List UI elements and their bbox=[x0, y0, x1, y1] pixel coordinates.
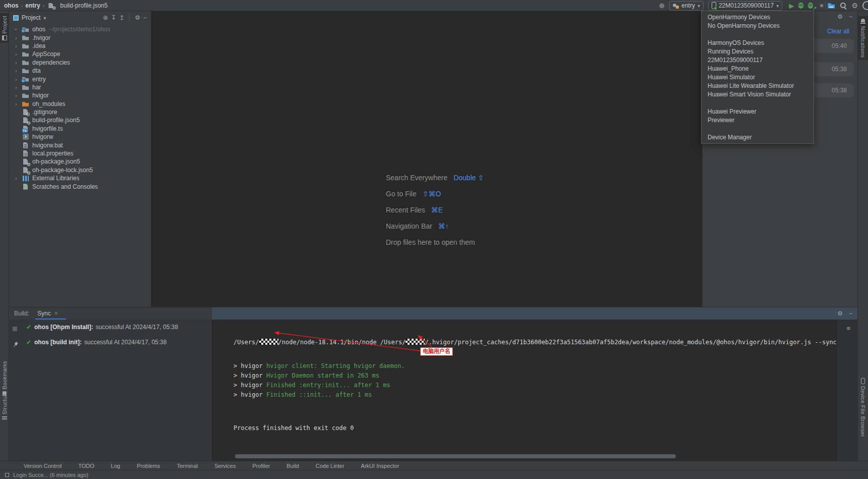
toolwindow-label: Version Control bbox=[24, 463, 62, 469]
device-selector[interactable]: 22M0123509000117 bbox=[708, 1, 782, 11]
run-button[interactable]: ▶ bbox=[789, 2, 794, 10]
locate-icon[interactable]: ⊕ bbox=[659, 2, 665, 9]
toolwindow-button[interactable]: Build bbox=[274, 461, 303, 470]
stop-button[interactable]: ■ bbox=[820, 2, 823, 9]
tree-chevron-icon[interactable] bbox=[15, 43, 22, 49]
device-menu-row[interactable] bbox=[702, 30, 814, 38]
tree-item[interactable]: oh-package.json5 bbox=[9, 157, 151, 166]
hint-shortcut: Double ⇧ bbox=[453, 174, 484, 182]
tree-item[interactable]: hvigorw.bat bbox=[9, 141, 151, 149]
build-event-row[interactable]: ✓ ohos [build init]: successful At 2024/… bbox=[22, 335, 212, 350]
device-menu-row[interactable]: Huawei Smart Vision Simulator bbox=[702, 90, 814, 98]
status-message[interactable]: Login Succe... (6 minutes ago) bbox=[13, 472, 88, 478]
hide-panel-icon[interactable]: − bbox=[143, 14, 147, 21]
expand-all-icon[interactable]: ↧ bbox=[111, 14, 116, 21]
tree-item[interactable]: .gitignore bbox=[9, 108, 151, 116]
tree-chevron-icon[interactable] bbox=[15, 68, 22, 74]
success-check-icon: ✓ bbox=[26, 339, 34, 346]
tree-chevron-icon[interactable] bbox=[15, 84, 22, 90]
project-structure-icon[interactable] bbox=[828, 3, 835, 9]
toolwindow-button[interactable]: ArkUI Inspector bbox=[349, 461, 403, 470]
device-menu-row[interactable] bbox=[702, 124, 814, 133]
tree-item[interactable]: oh_modules bbox=[9, 100, 151, 108]
clear-all-link[interactable]: Clear all bbox=[827, 28, 849, 35]
device-menu-row[interactable]: 22M0123509000117 bbox=[702, 56, 814, 64]
device-menu-row[interactable]: Huawei Lite Wearable Simulator bbox=[702, 81, 814, 90]
notifications-settings-gear-icon[interactable]: ⚙ bbox=[837, 13, 843, 20]
device-menu-row[interactable]: Previewer bbox=[702, 116, 814, 124]
tree-item[interactable]: AppScope bbox=[9, 50, 151, 58]
build-console[interactable]: /Users//node/node-18.14.1/bin/node /User… bbox=[212, 324, 836, 454]
tree-item[interactable]: ohos ~/projects/demo1/ohos bbox=[9, 25, 151, 33]
attach-debugger-button[interactable] bbox=[808, 3, 813, 9]
module-selector[interactable]: entry bbox=[669, 1, 704, 11]
device-menu-row[interactable]: Device Manager bbox=[702, 133, 814, 141]
toolwindow-button[interactable]: Services bbox=[202, 461, 240, 470]
toolwindow-button[interactable]: TODO bbox=[66, 461, 98, 470]
toolwindow-icon bbox=[70, 463, 76, 469]
profile-icon[interactable] bbox=[862, 1, 868, 10]
pin-icon[interactable] bbox=[11, 341, 19, 349]
device-menu-label: No OpenHarmony Devices bbox=[708, 22, 780, 29]
sidebar-tab-notifications[interactable]: Notifications bbox=[858, 16, 868, 60]
horizontal-scrollbar[interactable] bbox=[235, 454, 676, 458]
toolwindow-button[interactable]: Version Control bbox=[11, 461, 66, 470]
hide-notifications-icon[interactable]: − bbox=[849, 13, 852, 20]
device-menu-row[interactable]: Huawei_Phone bbox=[702, 64, 814, 73]
chevron-down-icon[interactable] bbox=[43, 14, 46, 21]
sidebar-tab-structure[interactable]: Structure bbox=[0, 389, 9, 423]
search-icon[interactable] bbox=[840, 2, 847, 9]
tree-chevron-icon[interactable] bbox=[15, 76, 22, 82]
panel-settings-gear-icon[interactable]: ⚙ bbox=[135, 14, 140, 21]
tree-item[interactable]: .idea bbox=[9, 42, 151, 50]
tree-item[interactable]: build-profile.json5 bbox=[9, 116, 151, 124]
tree-chevron-icon[interactable] bbox=[15, 51, 22, 57]
stop-process-icon[interactable] bbox=[13, 327, 17, 331]
tree-chevron-icon[interactable] bbox=[15, 26, 22, 32]
toolwindow-button[interactable]: Log bbox=[98, 461, 124, 470]
tab-sync[interactable]: Sync bbox=[36, 310, 59, 317]
close-tab-icon[interactable] bbox=[51, 310, 58, 317]
tree-item[interactable]: hvigor bbox=[9, 91, 151, 99]
tree-item[interactable]: local.properties bbox=[9, 149, 151, 157]
select-opened-file-icon[interactable]: ⊕ bbox=[103, 14, 108, 21]
settings-gear-icon[interactable]: ⚙ bbox=[851, 2, 858, 9]
tree-item[interactable]: dependencies bbox=[9, 59, 151, 67]
device-menu-row[interactable]: Huawei Previewer bbox=[702, 107, 814, 116]
tree-chevron-icon[interactable] bbox=[15, 101, 22, 107]
device-menu-row[interactable] bbox=[702, 98, 814, 107]
tree-chevron-icon[interactable] bbox=[15, 175, 22, 181]
project-panel-title[interactable]: Project bbox=[22, 14, 40, 21]
tree-chevron-icon[interactable] bbox=[15, 60, 22, 66]
build-event-row[interactable]: ✓ ohos [Ohpm Install]: successful At 202… bbox=[22, 320, 212, 335]
device-menu-row[interactable]: OpenHarmony Devices bbox=[702, 13, 814, 21]
sidebar-tab-device-file-browser[interactable]: Device File Browser bbox=[858, 376, 868, 440]
sidebar-tab-project[interactable]: Project bbox=[0, 13, 9, 43]
breadcrumb-project[interactable]: ohos bbox=[4, 2, 19, 9]
tree-item[interactable]: dta bbox=[9, 67, 151, 75]
toolwindow-button[interactable]: Terminal bbox=[164, 461, 202, 470]
tree-chevron-icon[interactable] bbox=[15, 92, 22, 98]
toolwindow-button[interactable]: Problems bbox=[124, 461, 164, 470]
breadcrumb-module[interactable]: entry bbox=[25, 2, 40, 9]
toolwindow-button[interactable]: Profiler bbox=[240, 461, 274, 470]
debug-button[interactable] bbox=[798, 3, 803, 9]
tree-chevron-icon[interactable] bbox=[15, 35, 22, 41]
tree-item[interactable]: hvigorw bbox=[9, 133, 151, 141]
tree-item[interactable]: entry bbox=[9, 75, 151, 83]
build-settings-gear-icon[interactable]: ⚙ bbox=[837, 310, 843, 317]
device-menu-row[interactable]: HarmonyOS Devices bbox=[702, 38, 814, 47]
editor-area[interactable]: Search Everywhere Double ⇧ Go to File ⇧⌘… bbox=[151, 11, 702, 307]
tree-item[interactable]: har bbox=[9, 83, 151, 91]
collapse-all-icon[interactable]: ↥ bbox=[119, 14, 124, 21]
toolwindow-label: Build bbox=[286, 463, 299, 469]
toolwindow-button[interactable]: Code Linter bbox=[303, 461, 349, 470]
soft-wrap-icon[interactable]: ≡ bbox=[846, 325, 850, 332]
device-menu-row[interactable]: No OpenHarmony Devices bbox=[702, 21, 814, 30]
tree-item[interactable]: Scratches and Consoles bbox=[9, 182, 151, 190]
device-menu-row[interactable]: Running Devices bbox=[702, 47, 814, 56]
device-menu-row[interactable]: Huawei Simulator bbox=[702, 73, 814, 81]
breadcrumb-file[interactable]: build-profile.json5 bbox=[60, 2, 107, 9]
tree-item[interactable]: .hvigor bbox=[9, 33, 151, 41]
hide-build-panel-icon[interactable]: − bbox=[849, 310, 852, 317]
